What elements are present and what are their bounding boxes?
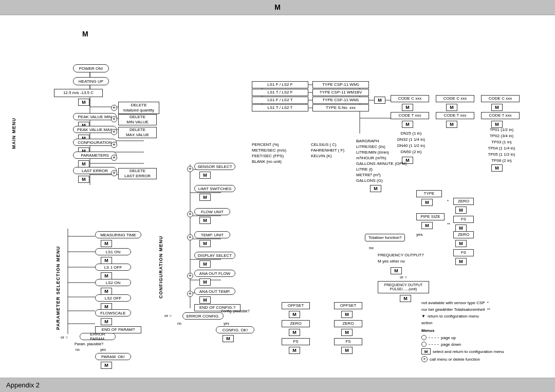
parameters-box: PARAMETERS bbox=[73, 152, 117, 159]
m-fs-type-box[interactable]: M bbox=[455, 225, 467, 232]
code-t-xxx-1-label: CODE T xxx bbox=[398, 113, 421, 118]
m-freq-pulse-box[interactable]: M bbox=[400, 295, 411, 302]
m-ls1on-box[interactable]: M bbox=[101, 257, 112, 264]
m-config-ok-box[interactable]: M bbox=[223, 335, 234, 342]
plus-sensor[interactable]: + bbox=[187, 166, 193, 172]
blank-label: BLANK (no unit) bbox=[252, 159, 303, 164]
type-box: TYPE bbox=[416, 190, 442, 197]
m-last-box[interactable]: M bbox=[78, 176, 89, 183]
m-temp-box[interactable]: M bbox=[199, 240, 211, 247]
fs-1-box: FS bbox=[282, 338, 310, 345]
plus-ana-temp[interactable]: + bbox=[187, 291, 193, 297]
plus-delete-totalized[interactable]: + bbox=[111, 105, 117, 111]
m-code-t2-box[interactable]: M bbox=[446, 121, 457, 128]
m-code-t1-box[interactable]: M bbox=[402, 121, 413, 128]
param-selection-label: PARAMETER SELECTION MENU bbox=[55, 231, 61, 344]
ls1-t-ls2-f-box: LS1 T / LS2 F bbox=[252, 89, 308, 96]
zero-2-label: ZERO bbox=[342, 321, 354, 326]
m-ls2on-label: M bbox=[104, 289, 108, 294]
peak-max-box: PEAK VALUE MAX bbox=[73, 126, 117, 133]
config-ok-label: CONFIG. OK! bbox=[223, 328, 248, 332]
tp04-label: TP04 (1 1/4 in) bbox=[481, 146, 522, 151]
m-measuring-box[interactable]: M bbox=[101, 240, 112, 247]
m-code-c1-box[interactable]: M bbox=[402, 104, 413, 111]
m-speed-box[interactable]: M bbox=[78, 99, 89, 106]
delete-min-label: DELETE MIN VALUE bbox=[126, 115, 149, 124]
m-zero-type-box[interactable]: M bbox=[455, 207, 467, 214]
m-flow-box[interactable]: M bbox=[199, 217, 211, 224]
m-ls2on-box[interactable]: M bbox=[101, 288, 112, 295]
m3-hour-label: m³/HOUR (m³/h) bbox=[356, 156, 410, 161]
legend-select-return: select and return to configuration menu bbox=[433, 349, 504, 354]
config-menu-label: CONFIGURATION MENU bbox=[158, 216, 163, 319]
legend-section: not available with sensor type CSP * nur… bbox=[421, 301, 550, 362]
m-code-t2-label: M bbox=[450, 122, 454, 127]
m-freq-box[interactable]: M bbox=[391, 267, 402, 274]
zero-pipe-label: ZERO bbox=[458, 232, 469, 237]
no-label-param: no bbox=[76, 348, 80, 351]
display-select-label: DISPLAY SELECT bbox=[198, 253, 232, 258]
plus-last[interactable]: + bbox=[111, 170, 117, 176]
ls1-f-ls2-f-label: LS1 F / LS2 F bbox=[267, 82, 292, 87]
main-content: M bbox=[0, 15, 555, 380]
m-zero2-box[interactable]: M bbox=[341, 329, 353, 336]
note1-label: not available with sensor type CSP bbox=[421, 301, 485, 305]
m-flow-unit-box[interactable]: M bbox=[370, 185, 381, 192]
m-ana-temp-box[interactable]: M bbox=[199, 296, 211, 304]
plus-peak-min[interactable]: + bbox=[111, 116, 117, 122]
m-sensor-box[interactable]: M bbox=[199, 172, 211, 179]
plus-peak-max[interactable]: + bbox=[111, 129, 117, 135]
code-c-xxx-2-box: CODE C xxx bbox=[436, 95, 474, 102]
m-code-c2-box[interactable]: M bbox=[446, 104, 457, 111]
m-flowscale-box[interactable]: M bbox=[101, 318, 112, 325]
measuring-time-box: MEASURING TIME bbox=[95, 231, 141, 238]
speed-value-label: 12.5 m/s -13.5 C bbox=[63, 90, 94, 96]
yes-label-param: yes bbox=[100, 348, 106, 351]
delete-totalized-box: DELETE totalized quantity bbox=[118, 102, 159, 114]
m-code-c1-label: M bbox=[405, 105, 410, 110]
m-params-box[interactable]: M bbox=[78, 160, 89, 167]
or-label-2: or ○ bbox=[164, 313, 172, 318]
plus-temp[interactable]: + bbox=[187, 234, 193, 240]
litre-sec-label: LITRE/SEC (l/s) bbox=[356, 144, 410, 150]
delete-max-box: DELETE MAX VALUE bbox=[118, 127, 157, 138]
m-code-t3-label: M bbox=[495, 122, 499, 127]
plus-ana-flow[interactable]: + bbox=[187, 273, 193, 279]
m-ana-flow-box[interactable]: M bbox=[199, 278, 211, 286]
m-type-box[interactable]: M bbox=[421, 199, 433, 206]
m-fs1-box[interactable]: M bbox=[289, 347, 300, 354]
m-code-t1-label: M bbox=[405, 122, 410, 127]
metre3-label: METRE³ (m³) bbox=[356, 173, 410, 178]
zero-1-label: ZERO bbox=[290, 321, 301, 326]
m-ls1off-box[interactable]: M bbox=[101, 272, 112, 279]
zero-2-box: ZERO bbox=[334, 320, 362, 327]
m-display-box[interactable]: M bbox=[199, 260, 211, 268]
m-zero-pipe-box[interactable]: M bbox=[455, 240, 467, 247]
m-code-c3-box[interactable]: M bbox=[491, 104, 503, 111]
m-type-arrow-box[interactable]: M bbox=[374, 97, 385, 104]
ana-out-temp-box: ANA OUT TEMP. bbox=[194, 288, 235, 295]
ls1-off-box: LS 1 OFF bbox=[95, 264, 131, 271]
param-ok-label: PARAM. OK! bbox=[101, 354, 125, 359]
m-fs2-label: M bbox=[345, 348, 349, 353]
plus-params[interactable]: + bbox=[111, 155, 117, 161]
m-offset2-box[interactable]: M bbox=[341, 311, 353, 318]
type-csp11-wm1bv-label: TYPE CSP-11 WM1BV bbox=[320, 90, 362, 95]
m-fs-pipe-box[interactable]: M bbox=[455, 258, 467, 265]
plus-flow[interactable]: + bbox=[187, 211, 193, 217]
m-temp-label: M bbox=[203, 241, 207, 246]
speed-value-box: 12.5 m/s -13.5 C bbox=[54, 89, 103, 97]
frequency-output-label: FREQUENCY OUTPUT? bbox=[378, 253, 424, 257]
m-pipe-box[interactable]: M bbox=[421, 222, 433, 229]
plus-config[interactable]: + bbox=[111, 142, 117, 148]
m-limit-box[interactable]: M bbox=[199, 194, 211, 201]
m-tp-box[interactable]: M bbox=[491, 164, 503, 172]
code-t-xxx-3-label: CODE T xxx bbox=[489, 113, 511, 118]
m-offset1-box[interactable]: M bbox=[289, 311, 300, 318]
m-zero1-box[interactable]: M bbox=[289, 329, 300, 336]
m-fs2-box[interactable]: M bbox=[341, 347, 353, 354]
m-param-ok-box[interactable]: M bbox=[101, 362, 112, 369]
m-ls1off-label: M bbox=[104, 273, 108, 278]
m-code-t3-box[interactable]: M bbox=[491, 121, 503, 128]
code-c-xxx-1-box: CODE C xxx bbox=[391, 95, 429, 102]
